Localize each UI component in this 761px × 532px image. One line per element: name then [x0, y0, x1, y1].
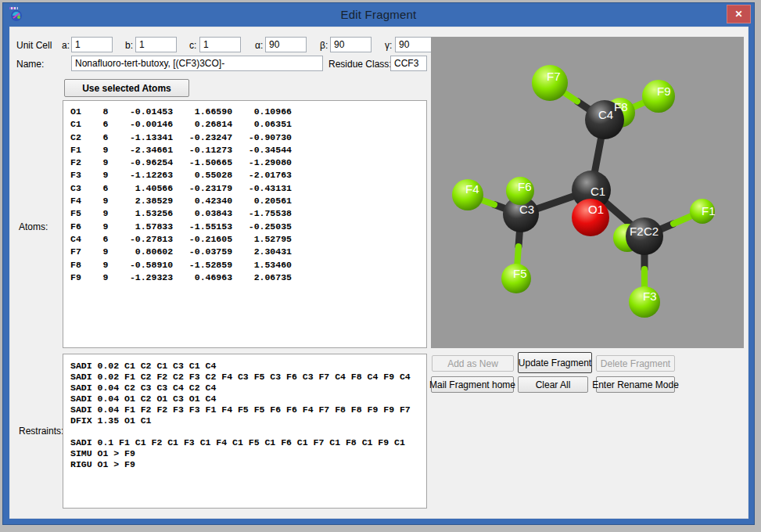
- atom-label-F9: F9: [657, 84, 671, 98]
- cell-a-label: a:: [62, 40, 70, 51]
- atom-label-F6: F6: [518, 180, 532, 193]
- atom-label-C3: C3: [519, 203, 534, 216]
- window-frame: Edit Fragment ✕ Unit Cell a: b: c: α: β:…: [2, 2, 755, 525]
- enter-rename-mode-button[interactable]: Enter Rename Mode: [596, 376, 675, 393]
- cell-c-label: c:: [189, 40, 196, 51]
- restraints-label: Restraints:: [19, 426, 63, 437]
- use-selected-atoms-button[interactable]: Use selected Atoms: [64, 79, 189, 97]
- atom-label-F8: F8: [614, 100, 628, 113]
- cell-a-input[interactable]: [71, 37, 113, 52]
- atom-label-F2: F2: [630, 225, 644, 238]
- close-button[interactable]: ✕: [727, 5, 751, 23]
- atoms-editor[interactable]: O1 8 -0.01453 1.66590 0.10966 C1 6 -0.00…: [63, 100, 427, 348]
- cell-alpha-input[interactable]: [265, 37, 307, 52]
- cell-alpha-label: α:: [255, 40, 263, 51]
- add-as-new-button[interactable]: Add as New: [432, 355, 514, 372]
- atom-label-F4: F4: [465, 182, 479, 196]
- mail-fragment-home-button[interactable]: Mail Fragment home: [431, 376, 514, 393]
- name-input[interactable]: [71, 56, 323, 71]
- cell-b-input[interactable]: [135, 37, 177, 52]
- cell-c-input[interactable]: [199, 37, 241, 52]
- dialog-content: Unit Cell a: b: c: α: β: γ: Name: Residu…: [9, 27, 748, 519]
- atom-label-F3: F3: [643, 289, 657, 303]
- name-label: Name:: [16, 59, 44, 70]
- atom-label-C2: C2: [644, 225, 659, 238]
- cell-b-label: b:: [125, 40, 133, 51]
- residue-class-input[interactable]: [390, 56, 427, 71]
- titlebar: Edit Fragment ✕: [3, 3, 754, 27]
- atom-label-C1: C1: [590, 185, 605, 198]
- window-title: Edit Fragment: [3, 8, 754, 21]
- cell-beta-input[interactable]: [330, 37, 372, 52]
- atom-label-F7: F7: [547, 70, 561, 83]
- update-fragment-button[interactable]: Update Fragment: [518, 352, 592, 373]
- clear-all-button[interactable]: Clear All: [518, 376, 588, 393]
- residue-class-label: Residue Class:: [328, 59, 392, 70]
- restraints-editor[interactable]: SADI 0.02 C1 C2 C1 C3 C1 C4 SADI 0.02 F1…: [63, 354, 427, 509]
- atom-label-F5: F5: [513, 267, 527, 280]
- unit-cell-label: Unit Cell: [16, 40, 52, 51]
- atom-label-C4: C4: [598, 108, 613, 121]
- cell-gamma-input[interactable]: [395, 37, 433, 52]
- atoms-label: Atoms:: [19, 221, 48, 232]
- delete-fragment-button[interactable]: Delete Fragment: [596, 355, 675, 372]
- edit-fragment-dialog: { "window": { "title": "Edit Fragment", …: [0, 0, 761, 532]
- molecule-viewport[interactable]: F8C4F7F9F4C3F6F5F2C2F1F3C1O1: [431, 37, 744, 348]
- atom-label-O1: O1: [588, 203, 604, 216]
- cell-beta-label: β:: [320, 40, 328, 51]
- atom-label-F1: F1: [702, 204, 716, 217]
- cell-gamma-label: γ:: [385, 40, 392, 51]
